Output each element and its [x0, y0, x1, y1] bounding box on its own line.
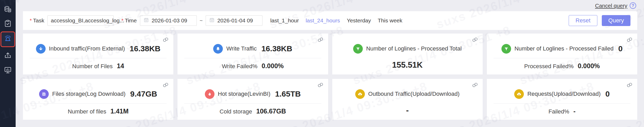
card-files-storage: Files storage(Log Download) 9.47GB Numbe… [23, 79, 173, 120]
card-title: Requests(Upload/Download) [527, 91, 600, 97]
sidebar-item-tasks[interactable] [0, 19, 16, 29]
flame-icon [205, 89, 214, 99]
link-icon[interactable] [162, 36, 169, 43]
time-label: Time [125, 17, 137, 24]
link-icon[interactable] [471, 81, 479, 88]
card-center-value: 155.51K [332, 60, 483, 70]
quick-ranges: last_1_hour last_24_hours Yesterday This… [270, 17, 402, 24]
time-required-mark: * [121, 18, 124, 24]
link-icon[interactable] [626, 36, 633, 43]
card-divider [30, 58, 167, 58]
question-circle-icon[interactable]: ? [630, 2, 636, 9]
card-value: 9.47GB [130, 90, 157, 98]
card-value: 0 [605, 90, 610, 98]
card-title: Number of Loglines - Processed Failed [514, 45, 614, 52]
card-title: Outbound Traffic(Upload/Download) [368, 91, 460, 97]
card-divider [30, 103, 167, 104]
card-sub-label: Processed Failed% [524, 63, 574, 70]
clipboard-check-icon [4, 19, 12, 29]
metric-cards-grid: Inbound traffic(From External) 16.38KB N… [23, 34, 637, 120]
time-from-value: 2026-01-03 09 [152, 17, 187, 24]
download-circle-icon [36, 44, 46, 54]
cloud-upload-icon [514, 89, 524, 99]
card-divider [184, 103, 321, 104]
upload-icon [4, 51, 12, 61]
card-sub-label: Number of Files [72, 63, 113, 70]
link-icon[interactable] [317, 36, 324, 43]
card-sub-value: 106.67GB [256, 107, 286, 115]
card-title: Hot storage(LevinBI) [218, 91, 271, 97]
card-value: 0 [618, 44, 623, 53]
sidebar [0, 0, 16, 127]
card-outbound-traffic: Outbound Traffic(Upload/Download) - [332, 79, 483, 120]
card-inbound-traffic: Inbound traffic(From External) 16.38KB N… [23, 34, 173, 74]
card-value: 16.38KB [261, 44, 292, 53]
link-icon[interactable] [317, 81, 324, 88]
query-button[interactable]: Query [602, 15, 630, 26]
calendar-icon [209, 17, 215, 24]
time-from-input[interactable]: 2026-01-03 09 [140, 15, 197, 26]
card-value: 1.65TB [275, 90, 301, 98]
filter-buttons: Reset Query [569, 15, 630, 26]
card-sub-label: Write Failed% [222, 63, 257, 70]
quick-range-this-week[interactable]: This week [378, 17, 402, 24]
link-icon[interactable] [471, 36, 479, 43]
sidebar-item-alerts-active[interactable] [1, 31, 15, 47]
floppy-save-icon [39, 89, 49, 99]
card-hot-storage: Hot storage(LevinBI) 1.65TB Cold storage… [177, 79, 328, 120]
sidebar-item-database[interactable] [0, 5, 16, 15]
card-divider [184, 58, 321, 58]
card-sub-value: 0.000% [262, 62, 284, 70]
range-separator: ~ [200, 17, 203, 24]
filter-bar: * Task accesslog_BI,accesslog_log... * T… [23, 11, 637, 30]
card-title: Files storage(Log Download) [52, 91, 125, 97]
card-sub-value: 0.000% [578, 62, 600, 70]
card-sub-label: Cold storage [220, 108, 252, 115]
card-loglines-processed-failed: Number of Loglines - Processed Failed 0 … [487, 34, 637, 74]
task-select-value: accesslog_BI,accesslog_log... [51, 17, 124, 24]
card-requests: Requests(Upload/Download) 0 Failed% - [487, 79, 637, 120]
quick-range-last-1-hour[interactable]: last_1_hour [270, 17, 299, 24]
card-sub-label: Failed% [548, 108, 569, 115]
database-icon [4, 5, 12, 15]
card-sub-label: Number of files [68, 108, 106, 115]
time-to-value: 2026-01-04 09 [217, 17, 253, 24]
calendar-icon [143, 17, 149, 24]
link-icon[interactable] [162, 81, 169, 88]
alarm-siren-icon [4, 35, 12, 44]
task-select[interactable]: accesslog_BI,accesslog_log... [47, 15, 114, 26]
card-sub-value: 1.41M [111, 107, 128, 115]
top-bar: Cancel query ? [16, 0, 644, 11]
bell-icon [213, 44, 223, 54]
card-sub-value: - [573, 107, 575, 115]
card-write-traffic: Write Traffic 16.38KB Write Failed% 0.00… [177, 34, 328, 74]
sidebar-item-upload[interactable] [0, 51, 16, 61]
card-title: Inbound traffic(From External) [49, 45, 125, 52]
funnel-icon [353, 44, 363, 54]
card-divider [494, 103, 630, 104]
link-icon[interactable] [626, 81, 633, 88]
funnel-icon [501, 44, 511, 54]
time-to-input[interactable]: 2026-01-04 09 [206, 15, 262, 26]
task-required-mark: * [30, 18, 32, 24]
quick-range-yesterday[interactable]: Yesterday [347, 17, 371, 24]
cancel-query-link[interactable]: Cancel query [595, 3, 627, 9]
card-value: 16.38KB [130, 44, 160, 53]
card-loglines-processed-total: Number of Loglines - Processed Total 155… [332, 34, 483, 74]
sidebar-item-monitor[interactable] [0, 66, 16, 75]
card-divider [494, 58, 630, 58]
quick-range-last-24-hours[interactable]: last_24_hours [306, 17, 340, 24]
monitor-chart-icon [4, 66, 12, 75]
card-title: Write Traffic [226, 45, 257, 52]
cloud-upload-icon [355, 89, 365, 99]
task-label: Task [33, 17, 44, 24]
card-center-value: - [332, 106, 483, 115]
card-title: Number of Loglines - Processed Total [366, 45, 462, 52]
reset-button[interactable]: Reset [569, 15, 597, 26]
card-sub-value: 14 [117, 62, 124, 70]
